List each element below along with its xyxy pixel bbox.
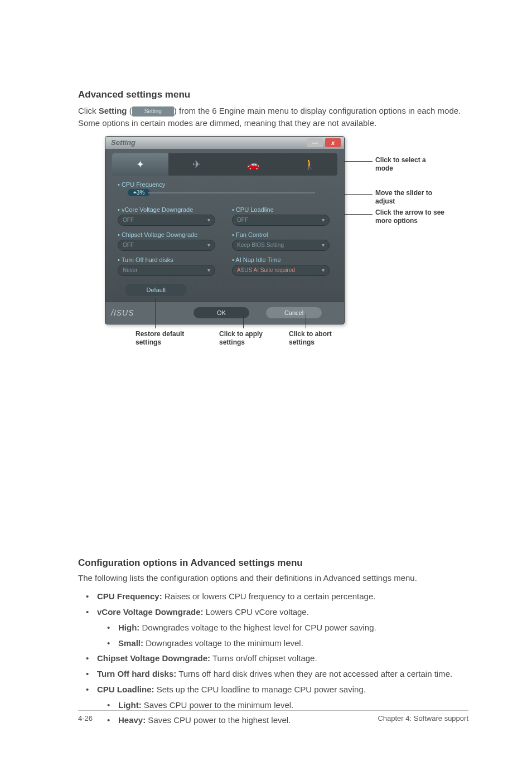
chevron-down-icon: ▾	[207, 217, 210, 223]
turnoff-label: Turn Off hard disks	[118, 256, 215, 263]
opt-small: Small: Downgrades voltage to the minimum…	[78, 637, 468, 649]
asus-logo: /ISUS	[111, 308, 134, 317]
loadline-dropdown[interactable]: OFF▾	[232, 215, 330, 226]
plane-icon: ✈	[192, 158, 201, 171]
opt-high-text: Downgrades voltage to the highest level …	[139, 623, 376, 632]
callout-slider: Move the slider to adjust	[375, 189, 448, 206]
cancel-button[interactable]: Cancel	[266, 307, 322, 318]
opt-vcore-text: Lowers CPU vCore voltage.	[204, 607, 309, 617]
mode-tabs: ✦ ✈ 🚗 🚶	[112, 153, 337, 176]
ainap-value: ASUS AI Suite required	[237, 267, 295, 273]
chevron-down-icon: ▾	[322, 267, 325, 273]
default-button[interactable]: Default	[125, 284, 187, 296]
chipset-label: Chipset Voltage Downgrade	[118, 231, 215, 238]
loadline-value: OFF	[237, 217, 248, 223]
fan-value: Keep BIOS Setting	[237, 242, 284, 248]
mode-tab-car[interactable]: 🚗	[225, 153, 281, 176]
opt-light-text: Saves CPU power to the minimum level.	[142, 700, 294, 710]
intro-prefix: Click	[78, 106, 99, 115]
window-close-button[interactable]: x	[325, 138, 341, 147]
intro-paren-close: )	[174, 106, 179, 115]
chevron-down-icon: ▾	[322, 242, 325, 248]
chevron-down-icon: ▾	[322, 217, 325, 223]
vcore-value: OFF	[123, 217, 134, 223]
heading-advanced: Advanced settings menu	[78, 89, 468, 100]
opt-high: High: Downgrades voltage to the highest …	[78, 622, 468, 634]
callout-restore: Restore default settings	[136, 330, 202, 347]
slider-track	[148, 192, 315, 193]
loadline-label: CPU Loadline	[232, 206, 330, 213]
opt-chipset-bold: Chipset Voltage Downgrade:	[97, 653, 210, 663]
intro-paragraph: Click Setting (Setting) from the 6 Engin…	[78, 105, 468, 129]
opt-turnoff-bold: Turn Off hard disks:	[97, 669, 176, 678]
opt-small-text: Downgrades voltage to the minimum level.	[143, 638, 303, 648]
intro-setting-word: Setting	[99, 106, 127, 115]
mode-tab-plane[interactable]: ✈	[168, 153, 225, 176]
opt-cpu-frequency: CPU Frequency: Raises or lowers CPU freq…	[78, 590, 468, 603]
opt-chipset: Chipset Voltage Downgrade: Turns on/off …	[78, 652, 468, 665]
cpu-frequency-label: CPU Frequency	[118, 181, 344, 188]
chipset-value: OFF	[123, 242, 134, 248]
settings-window-figure: Setting — x ✦ ✈ 🚗 🚶 CPU Frequency +3% vC…	[105, 136, 495, 542]
settings-window: Setting — x ✦ ✈ 🚗 🚶 CPU Frequency +3% vC…	[105, 136, 345, 324]
opt-light-bold: Light:	[118, 700, 142, 710]
opt-turnoff: Turn Off hard disks: Turns off hard disk…	[78, 668, 468, 680]
opt-loadline-bold: CPU Loadline:	[97, 685, 154, 694]
options-list: CPU Frequency: Raises or lowers CPU freq…	[78, 590, 468, 726]
opt-chipset-text: Turns on/off chipset voltage.	[210, 653, 317, 663]
fan-dropdown[interactable]: Keep BIOS Setting▾	[232, 240, 330, 251]
opt-cpu-frequency-text: Raises or lowers CPU frequency to a cert…	[162, 591, 376, 601]
window-minimize-button[interactable]: —	[307, 138, 323, 147]
inline-setting-button: Setting	[132, 106, 174, 117]
ok-button[interactable]: OK	[194, 307, 249, 318]
heading-config-options: Configuration options in Advanced settin…	[78, 557, 468, 569]
page-number: 4-26	[78, 714, 93, 722]
vcore-dropdown[interactable]: OFF▾	[118, 215, 215, 226]
opt-loadline-text: Sets up the CPU loadline to manage CPU p…	[154, 685, 366, 694]
turnoff-dropdown[interactable]: Never▾	[118, 265, 215, 276]
opt-high-bold: High:	[118, 623, 139, 632]
opt-vcore: vCore Voltage Downgrade: Lowers CPU vCor…	[78, 606, 468, 618]
cpu-frequency-slider[interactable]: +3%	[128, 189, 344, 196]
opt-turnoff-text: Turns off hard disk drives when they are…	[176, 669, 452, 678]
callout-apply: Click to apply settings	[219, 330, 280, 347]
fan-label: Fan Control	[232, 231, 330, 238]
chapter-label: Chapter 4: Software support	[378, 714, 468, 722]
opt-cpu-frequency-bold: CPU Frequency:	[97, 591, 162, 601]
car-icon: 🚗	[247, 158, 259, 171]
ainap-dropdown[interactable]: ASUS AI Suite required▾	[232, 265, 330, 276]
opt-light: Light: Saves CPU power to the minimum le…	[78, 699, 468, 711]
ainap-label: AI Nap Idle Time	[232, 256, 330, 263]
vcore-label: vCore Voltage Downgrade	[118, 206, 215, 213]
turnoff-value: Never	[123, 267, 138, 273]
chevron-down-icon: ▾	[207, 267, 210, 273]
chipset-dropdown[interactable]: OFF▾	[118, 240, 215, 251]
window-titlebar: Setting — x	[105, 137, 344, 149]
mode-tab-turbo[interactable]: ✦	[112, 153, 168, 176]
walk-icon: 🚶	[303, 158, 316, 171]
window-title: Setting	[111, 138, 136, 147]
intro-paren-open: (	[127, 106, 132, 115]
cpu-frequency-value: +3%	[128, 189, 150, 196]
callout-select-mode: Click to select a mode	[375, 156, 442, 173]
callout-abort: Click to abort settings	[289, 330, 350, 347]
opt-vcore-bold: vCore Voltage Downgrade:	[97, 607, 204, 617]
turbo-icon: ✦	[136, 158, 144, 171]
mode-tab-walk[interactable]: 🚶	[281, 153, 337, 176]
opt-loadline: CPU Loadline: Sets up the CPU loadline t…	[78, 683, 468, 696]
page-footer: 4-26 Chapter 4: Software support	[78, 710, 468, 722]
chevron-down-icon: ▾	[207, 242, 210, 248]
config-options-intro: The following lists the configuration op…	[78, 572, 468, 584]
opt-small-bold: Small:	[118, 638, 143, 648]
callout-arrow: Click the arrow to see more options	[375, 208, 448, 225]
